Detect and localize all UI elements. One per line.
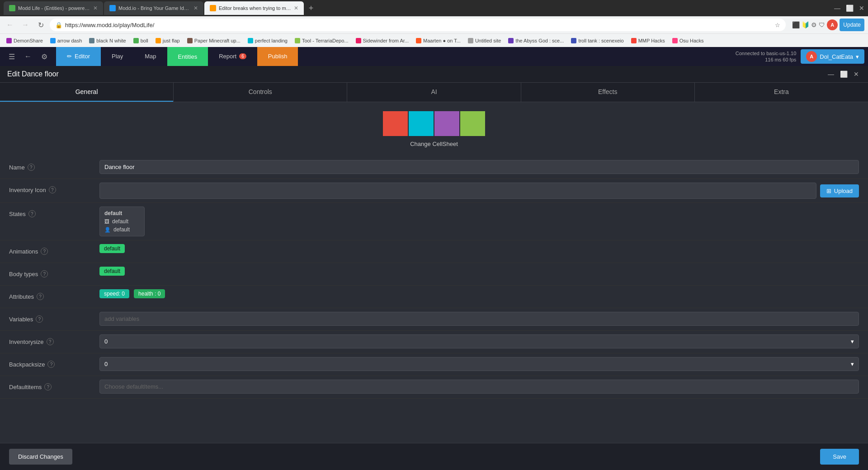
- variables-input[interactable]: [99, 312, 859, 326]
- bookmark-justflap[interactable]: just flap: [153, 37, 183, 44]
- bookmark-arrowdash[interactable]: arrow dash: [47, 37, 85, 44]
- tab-entities[interactable]: Entities: [167, 47, 208, 66]
- discard-button[interactable]: Discard Changes: [9, 449, 72, 465]
- panel-controls: — ⬜ ✕: [826, 70, 861, 79]
- attributes-help-icon[interactable]: ?: [37, 293, 44, 300]
- extension-icon-1[interactable]: ⬛: [792, 21, 800, 28]
- name-input[interactable]: [99, 160, 859, 174]
- profile-avatar[interactable]: A: [827, 19, 838, 30]
- variables-help-icon[interactable]: ?: [36, 315, 43, 323]
- settings-icon[interactable]: ⚙: [37, 49, 52, 64]
- close-browser-icon[interactable]: ✕: [859, 5, 864, 12]
- bookmark-terraria[interactable]: Tool - TerrariaDepo...: [292, 37, 351, 44]
- tab-map[interactable]: Map: [134, 47, 167, 66]
- states-box[interactable]: default 🖼 default 👤 default: [99, 207, 145, 236]
- tab-general[interactable]: General: [0, 83, 173, 102]
- animations-control: default: [99, 244, 859, 253]
- name-help-icon[interactable]: ?: [28, 164, 35, 171]
- bookmark-boll[interactable]: boll: [131, 37, 151, 44]
- change-cellsheet-button[interactable]: Change CellSheet: [410, 141, 458, 147]
- tab-publish[interactable]: Publish: [257, 47, 298, 66]
- color-block-red: [383, 111, 408, 136]
- bookmark-maarten[interactable]: Maarten ● on T...: [413, 37, 463, 44]
- minimize-browser-icon[interactable]: —: [834, 5, 840, 12]
- bookmarks-bar: DemonShare arrow dash black N white boll…: [0, 33, 868, 47]
- bookmark-paperminecraft[interactable]: Paper Minecraft up...: [184, 37, 243, 44]
- bookmark-sidewinder[interactable]: Sidewinder from Ar...: [353, 37, 412, 44]
- extension-icon-3[interactable]: ⚙: [811, 21, 817, 28]
- defaultitems-help-icon[interactable]: ?: [44, 383, 52, 390]
- maximize-browser-icon[interactable]: ⬜: [846, 5, 854, 12]
- name-row: Name ?: [0, 156, 868, 179]
- save-button[interactable]: Save: [820, 449, 859, 465]
- star-icon[interactable]: ☆: [775, 22, 780, 28]
- bottom-bar: Discard Changes Save: [0, 443, 868, 470]
- body-types-label: Body types ?: [9, 267, 99, 277]
- tab-effects[interactable]: Effects: [521, 83, 694, 102]
- tab-editor[interactable]: ✏ Editor: [56, 47, 101, 66]
- states-help-icon[interactable]: ?: [28, 210, 36, 217]
- bookmark-trolltank[interactable]: troll tank : scenexeio: [568, 37, 626, 44]
- inventory-icon-help[interactable]: ?: [49, 186, 56, 193]
- animations-help-icon[interactable]: ?: [41, 248, 48, 255]
- bookmark-mmphacks[interactable]: MMP Hacks: [628, 37, 668, 44]
- upload-button[interactable]: ⊞ Upload: [820, 184, 859, 197]
- editor-icon: ✏: [67, 53, 72, 60]
- tab-favicon-2: [109, 5, 116, 11]
- tab-controls[interactable]: Controls: [174, 83, 347, 102]
- user-menu-button[interactable]: A Dol_CatEata ▾: [801, 49, 864, 64]
- attribute-health-tag[interactable]: health : 0: [134, 289, 165, 298]
- body-types-help-icon[interactable]: ?: [41, 270, 48, 277]
- app-header: ☰ ← ⚙ ✏ Editor Play Map Entities Report …: [0, 47, 868, 66]
- tab-report[interactable]: Report 6: [208, 47, 257, 66]
- bookmark-abyss[interactable]: the Abyss God : sce...: [505, 37, 566, 44]
- inventorysize-dropdown[interactable]: 0 ▾: [99, 334, 859, 348]
- body-types-tag[interactable]: default: [99, 267, 125, 276]
- menu-icon[interactable]: ☰: [5, 49, 19, 64]
- browser-tab-2[interactable]: Modd.io - Bring Your Game Idea... ✕: [104, 1, 203, 15]
- variables-row: Variables ?: [0, 308, 868, 331]
- inventory-icon-input[interactable]: [99, 183, 816, 199]
- bookmark-untitled[interactable]: Untitled site: [465, 37, 504, 44]
- color-block-cyan: [409, 111, 434, 136]
- chevron-down-icon: ▾: [851, 361, 854, 367]
- tab-ai[interactable]: AI: [347, 83, 520, 102]
- update-button[interactable]: Update: [840, 19, 864, 31]
- bookmark-perfectlanding[interactable]: perfect landing: [245, 37, 290, 44]
- restore-panel-button[interactable]: ⬜: [839, 70, 848, 79]
- backpacksize-dropdown[interactable]: 0 ▾: [99, 357, 859, 371]
- states-label: States ?: [9, 207, 99, 217]
- close-panel-button[interactable]: ✕: [852, 70, 861, 79]
- body-types-control: default: [99, 267, 859, 276]
- animations-tag[interactable]: default: [99, 244, 125, 253]
- backpacksize-help-icon[interactable]: ?: [47, 361, 55, 368]
- new-tab-button[interactable]: +: [305, 2, 317, 14]
- variables-control: [99, 312, 859, 326]
- bookmark-blacknwhite[interactable]: black N white: [86, 37, 128, 44]
- chevron-down-icon: ▾: [851, 338, 854, 345]
- tab-play[interactable]: Play: [101, 47, 134, 66]
- inventorysize-help-icon[interactable]: ?: [47, 338, 54, 345]
- tab-close-2[interactable]: ✕: [193, 5, 198, 11]
- browser-tab-3[interactable]: Editor breaks when trying to ma... ✕: [204, 1, 304, 15]
- browser-tab-1[interactable]: Modd Life - (Entities) - powered... ✕: [4, 1, 103, 15]
- tab-close-3[interactable]: ✕: [294, 5, 298, 11]
- name-label: Name ?: [9, 160, 99, 171]
- reload-button[interactable]: ↻: [34, 19, 47, 31]
- forward-button[interactable]: →: [19, 19, 32, 31]
- defaultitems-row: Defaultitems ?: [0, 376, 868, 399]
- extension-icon-4[interactable]: 🛡: [819, 21, 825, 28]
- defaultitems-input[interactable]: [99, 380, 859, 394]
- minimize-panel-button[interactable]: —: [826, 70, 835, 79]
- extension-icon-2[interactable]: 🔰: [802, 21, 809, 28]
- back-button[interactable]: ←: [4, 19, 16, 31]
- bookmark-osuhacks[interactable]: Osu Hacks: [670, 37, 707, 44]
- name-control: [99, 160, 859, 174]
- bookmark-demonshare[interactable]: DemonShare: [4, 37, 46, 44]
- attribute-speed-tag[interactable]: speed: 0: [99, 289, 129, 298]
- back-icon[interactable]: ←: [21, 49, 35, 64]
- address-bar[interactable]: 🔒 https://www.modd.io/play/ModLife/ ☆: [50, 19, 786, 31]
- tab-close-1[interactable]: ✕: [93, 5, 98, 11]
- tab-extra[interactable]: Extra: [695, 83, 868, 102]
- variables-label: Variables ?: [9, 312, 99, 323]
